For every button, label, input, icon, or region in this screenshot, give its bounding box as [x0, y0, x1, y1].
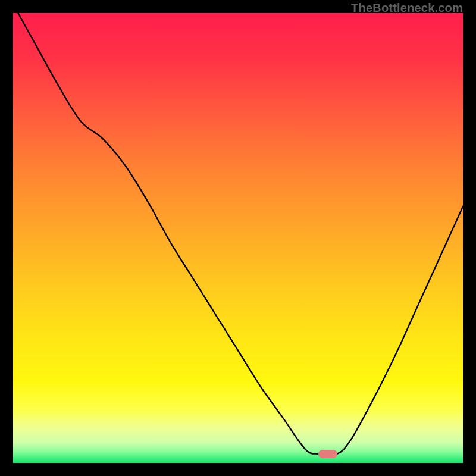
watermark-text: TheBottleneck.com	[351, 1, 463, 15]
plot-area	[13, 13, 463, 463]
chart-frame: TheBottleneck.com	[0, 0, 476, 476]
background-gradient	[13, 13, 463, 463]
svg-rect-0	[13, 13, 463, 463]
optimal-marker	[318, 450, 337, 458]
